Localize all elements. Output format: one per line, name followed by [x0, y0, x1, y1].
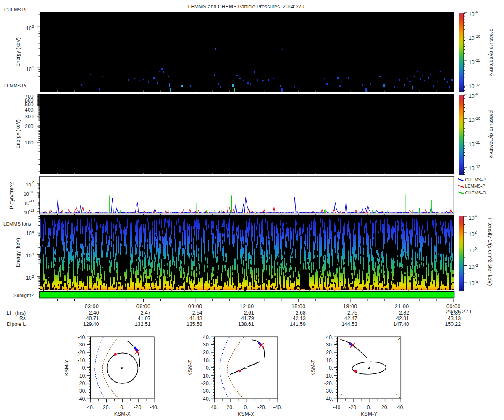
- svg-text:2.40: 2.40: [89, 310, 99, 316]
- svg-text:P dyn/cm^2: P dyn/cm^2: [9, 182, 15, 210]
- svg-text:18:00: 18:00: [343, 304, 357, 310]
- svg-text:-20.: -20.: [134, 404, 142, 410]
- svg-text:10.: 10.: [79, 373, 87, 379]
- svg-text:21:00: 21:00: [395, 304, 409, 310]
- svg-text:700.: 700.: [25, 94, 35, 100]
- svg-text:intensity 1/(s cm^2 ster keV): intensity 1/(s cm^2 ster keV): [487, 218, 494, 286]
- svg-text:41.07: 41.07: [138, 315, 151, 321]
- svg-text:0.: 0.: [367, 404, 371, 410]
- svg-text:0.: 0.: [206, 365, 210, 371]
- svg-text:-20.: -20.: [78, 349, 87, 355]
- svg-text:2.54: 2.54: [192, 310, 202, 316]
- svg-text:20.: 20.: [326, 349, 333, 355]
- svg-text:40.71: 40.71: [86, 315, 99, 321]
- svg-text:-20.: -20.: [257, 404, 266, 410]
- svg-text:0.: 0.: [244, 404, 248, 410]
- svg-text:2014-271: 2014-271: [446, 309, 472, 315]
- svg-text:-40.: -40.: [201, 396, 210, 402]
- svg-text:-40.: -40.: [150, 404, 158, 410]
- svg-text:12:00: 12:00: [240, 304, 254, 310]
- svg-text:-40.: -40.: [333, 404, 342, 410]
- svg-text:LEMMS Ions: LEMMS Ions: [3, 221, 31, 226]
- svg-text:CHEMS Pr.: CHEMS Pr.: [4, 7, 28, 12]
- svg-text:40.: 40.: [79, 396, 87, 402]
- svg-text:40.: 40.: [203, 334, 210, 340]
- svg-text:09:00: 09:00: [188, 304, 202, 310]
- svg-text:40.: 40.: [87, 404, 94, 410]
- svg-text:-40.: -40.: [78, 334, 87, 340]
- svg-text:-30.: -30.: [78, 342, 87, 348]
- svg-text:KSM-Z: KSM-Z: [310, 360, 316, 376]
- svg-text:43.13: 43.13: [448, 315, 461, 321]
- svg-text:10.: 10.: [203, 357, 210, 363]
- svg-text:Sunlight?: Sunlight?: [13, 293, 34, 298]
- svg-text:20.: 20.: [226, 404, 234, 410]
- svg-text:135.58: 135.58: [186, 321, 202, 327]
- svg-text:10.: 10.: [326, 357, 333, 363]
- svg-text:KSM-Y: KSM-Y: [64, 360, 70, 376]
- svg-text:20.: 20.: [103, 404, 110, 410]
- svg-text:20.: 20.: [203, 349, 210, 355]
- svg-text:-30.: -30.: [324, 388, 333, 394]
- svg-text:30.: 30.: [203, 342, 210, 348]
- svg-text:41.79: 41.79: [241, 315, 254, 321]
- svg-text:Rs: Rs: [19, 315, 26, 321]
- svg-text:42.47: 42.47: [344, 315, 357, 321]
- svg-text:41.43: 41.43: [189, 315, 202, 321]
- svg-text:-20.: -20.: [201, 381, 210, 386]
- svg-text:20.: 20.: [79, 381, 87, 386]
- svg-text:CHEMS-P: CHEMS-P: [465, 177, 486, 182]
- svg-text:LEMMS Pr.: LEMMS Pr.: [4, 83, 28, 88]
- svg-text:20.: 20.: [381, 404, 388, 410]
- svg-text:400.: 400.: [25, 107, 35, 113]
- svg-text:2.82: 2.82: [399, 310, 409, 316]
- svg-text:KSM-Z: KSM-Z: [187, 360, 193, 376]
- svg-text:100.: 100.: [25, 140, 35, 146]
- svg-text:06:00: 06:00: [136, 304, 151, 310]
- svg-text:30.: 30.: [79, 388, 87, 394]
- svg-text:2.68: 2.68: [296, 310, 306, 316]
- svg-text:2.75: 2.75: [347, 310, 357, 316]
- svg-text:144.53: 144.53: [341, 321, 357, 327]
- svg-text:Energy (keV): Energy (keV): [15, 37, 21, 67]
- svg-text:147.40: 147.40: [393, 321, 409, 327]
- svg-text:129.40: 129.40: [83, 321, 99, 327]
- svg-text:30.: 30.: [326, 342, 333, 348]
- svg-text:-10.: -10.: [201, 373, 210, 379]
- svg-text:40.: 40.: [211, 404, 218, 410]
- svg-text:2.47: 2.47: [141, 310, 151, 316]
- svg-text:LT (hrs): LT (hrs): [6, 310, 26, 316]
- svg-text:pressure dyne/cm^2: pressure dyne/cm^2: [488, 29, 495, 77]
- svg-text:Energy (keV): Energy (keV): [15, 238, 21, 267]
- svg-text:42.13: 42.13: [293, 315, 306, 321]
- svg-text:-40.: -40.: [324, 396, 333, 402]
- svg-text:Dipole L: Dipole L: [7, 321, 26, 327]
- svg-text:Energy (keV): Energy (keV): [15, 119, 21, 149]
- svg-text:LEMMS and CHEMS Particle Press: LEMMS and CHEMS Particle Pressures 2014:…: [188, 4, 304, 10]
- svg-text:0.: 0.: [120, 404, 124, 410]
- svg-text:LEMMS-P: LEMMS-P: [465, 184, 486, 189]
- svg-text:KSM-X: KSM-X: [238, 411, 254, 417]
- svg-text:15:00: 15:00: [291, 304, 306, 310]
- svg-text:40.: 40.: [397, 404, 404, 410]
- svg-text:-20.: -20.: [349, 404, 357, 410]
- svg-text:150.22: 150.22: [445, 321, 461, 327]
- svg-text:03:00: 03:00: [85, 304, 99, 310]
- svg-text:300.: 300.: [25, 114, 35, 120]
- svg-text:138.61: 138.61: [238, 321, 254, 327]
- svg-text:pressure dyne/cm^2: pressure dyne/cm^2: [488, 110, 495, 159]
- svg-text:-40.: -40.: [273, 404, 282, 410]
- svg-text:2.61: 2.61: [244, 310, 254, 316]
- svg-text:0.: 0.: [82, 365, 87, 371]
- svg-text:42.81: 42.81: [396, 315, 409, 321]
- svg-text:-20.: -20.: [324, 381, 333, 386]
- svg-text:-30.: -30.: [201, 388, 210, 394]
- svg-text:0.: 0.: [329, 365, 333, 371]
- svg-text:-10.: -10.: [324, 373, 333, 379]
- svg-text:200.: 200.: [25, 123, 35, 129]
- svg-text:141.59: 141.59: [290, 321, 306, 327]
- svg-text:CHEMS-O: CHEMS-O: [465, 190, 486, 195]
- svg-text:132.51: 132.51: [135, 321, 151, 327]
- svg-text:KSM-Y: KSM-Y: [361, 411, 377, 417]
- svg-text:40.: 40.: [326, 334, 333, 340]
